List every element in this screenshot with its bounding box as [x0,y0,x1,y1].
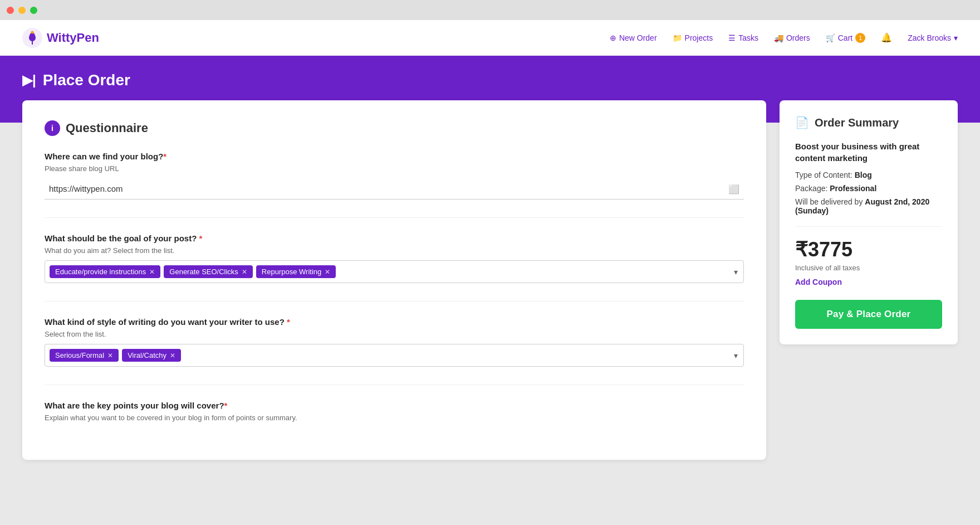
q1-label: Where can we find your blog?* [45,152,744,161]
navbar-links: ⊕ New Order 📁 Projects ☰ Tasks 🚚 Orders … [610,32,958,43]
question-2: What should be the goal of your post? * … [45,234,744,283]
style-select[interactable]: Serious/Formal ✕ Viral/Catchy ✕ ▾ [45,344,744,367]
bell-icon[interactable]: 🔔 [881,32,892,43]
q1-input-wrapper: ⬜ [45,178,744,200]
add-coupon-link[interactable]: Add Coupon [795,278,942,286]
divider-2 [45,301,744,302]
cart-badge: 1 [855,33,865,43]
svg-point-1 [31,31,34,33]
user-chevron-icon: ▾ [954,33,958,42]
q3-required: * [287,317,290,327]
page-title: ▶| Place Order [22,71,958,89]
maximize-button[interactable] [30,7,37,14]
navbar: WittyPen ⊕ New Order 📁 Projects ☰ Tasks … [0,20,980,56]
logo[interactable]: WittyPen [22,28,99,48]
titlebar [0,0,980,20]
tag-viral-remove[interactable]: ✕ [170,352,175,359]
logo-text: WittyPen [47,31,99,45]
question-4: What are the key points your blog will c… [45,401,744,422]
close-button[interactable] [7,7,14,14]
url-input-icon: ⬜ [728,184,739,195]
nav-tasks[interactable]: ☰ Tasks [728,33,758,42]
nav-orders[interactable]: 🚚 Orders [774,33,810,42]
questionnaire-card: i Questionnaire Where can we find your b… [22,100,766,460]
content-type-row: Type of Content: Blog [795,171,942,179]
tag-repurpose-remove[interactable]: ✕ [325,268,330,276]
price-display: ₹3775 [795,238,942,261]
user-menu[interactable]: Zack Brooks ▾ [908,33,958,42]
goal-select-chevron: ▾ [734,268,738,276]
cart-icon: 🛒 [826,33,835,42]
tag-educate: Educate/provide instructions ✕ [50,265,160,278]
summary-divider [795,226,942,227]
q4-label: What are the key points your blog will c… [45,401,744,410]
q1-hint: Please share blog URL [45,164,744,173]
style-select-chevron: ▾ [734,351,738,360]
q2-label: What should be the goal of your post? * [45,234,744,243]
tag-serious-remove[interactable]: ✕ [107,352,113,359]
logo-icon [22,28,42,48]
divider-1 [45,217,744,218]
questionnaire-title: i Questionnaire [45,120,744,136]
price-note: Inclusive of all taxes [795,264,942,272]
tag-viral: Viral/Catchy ✕ [122,349,181,362]
tag-educate-remove[interactable]: ✕ [149,268,155,276]
nav-new-order[interactable]: ⊕ New Order [610,33,657,42]
pay-place-order-button[interactable]: Pay & Place Order [795,300,942,329]
q1-required: * [163,152,166,161]
q4-hint: Explain what you want to be covered in y… [45,414,744,422]
q2-required: * [199,234,203,243]
tag-seo: Generate SEO/Clicks ✕ [164,265,253,278]
package-row: Package: Professional [795,184,942,193]
divider-3 [45,385,744,385]
blog-url-input[interactable] [45,178,744,200]
q2-hint: What do you aim at? Select from the list… [45,246,744,255]
summary-title: 📄 Order Summary [795,116,942,129]
content-type-value: Blog [855,171,872,179]
delivery-row: Will be delivered by August 2nd, 2020 (S… [795,197,942,215]
nav-projects[interactable]: 📁 Projects [673,33,713,42]
question-3: What kind of style of writing do you wan… [45,317,744,367]
nav-cart[interactable]: 🛒 Cart 1 [826,33,865,43]
main-content: i Questionnaire Where can we find your b… [0,100,980,482]
user-name: Zack Brooks [908,33,951,42]
tag-repurpose: Repurpose Writing ✕ [256,265,336,278]
tag-serious: Serious/Formal ✕ [50,349,119,362]
summary-doc-icon: 📄 [795,116,809,129]
summary-heading: Boost your business with great content m… [795,140,942,164]
package-value: Professional [830,184,876,193]
minimize-button[interactable] [18,7,26,14]
projects-icon: 📁 [673,33,682,42]
q3-label: What kind of style of writing do you wan… [45,317,744,327]
goal-select[interactable]: Educate/provide instructions ✕ Generate … [45,260,744,283]
order-summary-card: 📄 Order Summary Boost your business with… [780,100,958,344]
q4-required: * [224,401,228,410]
questionnaire-icon: i [45,120,60,136]
tasks-icon: ☰ [728,33,736,42]
orders-icon: 🚚 [774,33,783,42]
question-1: Where can we find your blog?* Please sha… [45,152,744,200]
new-order-icon: ⊕ [610,33,616,42]
tag-seo-remove[interactable]: ✕ [242,268,247,276]
q3-hint: Select from the list. [45,330,744,338]
place-order-icon: ▶| [22,72,36,88]
